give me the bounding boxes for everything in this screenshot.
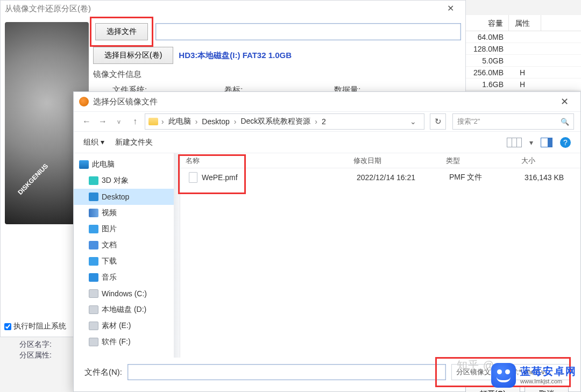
image-file-path-field[interactable] <box>155 23 461 40</box>
nav-tree: 此电脑 3D 对象 Desktop 视频 图片 文档 下载 音乐 Windows… <box>74 153 176 358</box>
breadcrumb[interactable]: › 此电脑 › Desktop › Deck双系统教程资源 › 2 ⌄ <box>145 113 424 130</box>
drive-icon <box>89 322 98 330</box>
tree-item-pictures[interactable]: 图片 <box>74 221 175 237</box>
crumb-pc[interactable]: 此电脑 <box>165 117 194 126</box>
partition-attr-label: 分区属性: <box>19 350 52 360</box>
video-icon <box>89 209 98 217</box>
file-list-area: 名称 修改日期 类型 大小 WePE.pmf 2022/12/14 16:21 … <box>176 153 580 358</box>
table-row: 5.0GB <box>466 55 581 67</box>
filename-label: 文件名(N): <box>84 367 122 377</box>
image-info-title: 镜像文件信息 <box>93 69 461 80</box>
drive-icon <box>89 289 98 298</box>
partition-name-label: 分区名字: <box>19 339 52 350</box>
tree-item-drive-e[interactable]: 素材 (E:) <box>74 318 175 334</box>
col-name[interactable]: 名称 <box>186 156 353 166</box>
file-filter-dropdown[interactable]: 分区镜像文件(*.pmf;*.vhd;*.v… ⌄ <box>451 364 570 380</box>
new-folder-button[interactable]: 新建文件夹 <box>115 138 153 147</box>
file-name: WePE.pmf <box>202 173 238 182</box>
diskgenius-badge: DISKGENIUS <box>5 150 61 208</box>
document-icon <box>89 241 98 250</box>
file-row[interactable]: WePE.pmf 2022/12/14 16:21 PMF 文件 316,143… <box>179 168 580 187</box>
tree-item-video[interactable]: 视频 <box>74 205 175 221</box>
music-icon <box>89 273 98 282</box>
close-icon[interactable]: ✕ <box>554 96 575 108</box>
partition-info-labels: 分区名字: 分区属性: <box>19 339 52 360</box>
open-button[interactable]: 打开(O) <box>465 386 520 392</box>
download-icon <box>89 257 98 266</box>
table-row: 128.0MB <box>466 43 581 55</box>
file-icon <box>189 172 197 183</box>
block-system-checkbox-row[interactable]: 执行时阻止系统 <box>4 322 66 331</box>
col-size[interactable]: 大小 <box>521 156 580 166</box>
folder-icon <box>148 118 158 125</box>
chevron-right-icon[interactable]: › <box>160 117 165 126</box>
chevron-down-icon[interactable]: ⌄ <box>406 117 421 126</box>
block-system-checkbox[interactable] <box>4 323 11 330</box>
capacity-header-attr: 属性 <box>509 15 541 31</box>
close-icon[interactable]: ✕ <box>440 1 461 17</box>
chevron-right-icon[interactable]: › <box>233 117 238 126</box>
crumb-desktop[interactable]: Desktop <box>199 117 232 126</box>
select-file-button[interactable]: 选择文件 <box>95 23 148 40</box>
cube-icon <box>89 176 98 185</box>
target-partition-text: HD3:本地磁盘(I:) FAT32 1.0GB <box>179 51 292 61</box>
chevron-down-icon[interactable]: ▾ <box>529 138 533 147</box>
organize-menu[interactable]: 组织 ▾ <box>83 138 104 147</box>
table-row: 1.6GBH <box>466 79 581 90</box>
search-placeholder: 搜索"2" <box>457 117 480 126</box>
diskgenius-icon <box>79 97 89 106</box>
tree-item-3d[interactable]: 3D 对象 <box>74 173 175 189</box>
select-target-button[interactable]: 选择目标分区(卷) <box>93 47 173 64</box>
forward-icon[interactable]: → <box>96 115 109 128</box>
resize-handle[interactable] <box>174 153 180 358</box>
tree-item-pc[interactable]: 此电脑 <box>74 156 175 173</box>
drive-icon <box>89 338 98 346</box>
chevron-right-icon[interactable]: › <box>314 117 318 126</box>
search-icon: 🔍 <box>561 118 569 126</box>
cancel-button[interactable]: 取消 <box>525 386 569 392</box>
tree-item-drive-c[interactable]: Windows (C:) <box>74 286 175 302</box>
tree-item-music[interactable]: 音乐 <box>74 269 175 286</box>
tree-item-downloads[interactable]: 下载 <box>74 253 175 269</box>
filename-input[interactable] <box>127 364 446 380</box>
col-type[interactable]: 类型 <box>446 156 521 166</box>
refresh-button[interactable]: ↻ <box>430 113 446 130</box>
help-icon[interactable]: ? <box>560 137 571 148</box>
capacity-table: 容量 属性 64.0MB 128.0MB 5.0GB 256.0MBH 1.6G… <box>466 15 581 90</box>
chevron-down-icon: ⌄ <box>559 368 565 376</box>
desktop-icon <box>89 193 98 201</box>
drive-icon <box>89 305 98 314</box>
tree-item-drive-f[interactable]: 软件 (F:) <box>74 334 175 350</box>
search-input[interactable]: 搜索"2" 🔍 <box>452 113 574 130</box>
preview-pane-icon[interactable] <box>541 138 552 147</box>
tree-item-drive-d[interactable]: 本地磁盘 (D:) <box>74 302 175 318</box>
capacity-header-size: 容量 <box>466 15 509 31</box>
crumb-folder1[interactable]: Deck双系统教程资源 <box>237 117 314 126</box>
tree-item-documents[interactable]: 文档 <box>74 237 175 253</box>
chevron-right-icon[interactable]: › <box>194 117 199 126</box>
file-size: 316,143 KB <box>525 173 580 182</box>
file-type: PMF 文件 <box>449 173 525 182</box>
table-row: 64.0MB <box>466 31 581 43</box>
tree-item-desktop[interactable]: Desktop <box>74 189 175 205</box>
back-icon[interactable]: ← <box>80 115 93 128</box>
col-date[interactable]: 修改日期 <box>353 156 446 166</box>
recent-dropdown-icon[interactable]: v <box>112 115 125 128</box>
crumb-folder2[interactable]: 2 <box>318 117 329 126</box>
file-open-dialog: 选择分区镜像文件 ✕ ← → v ↑ › 此电脑 › Desktop › Dec… <box>73 91 581 392</box>
restore-dialog-title: 从镜像文件还原分区(卷) <box>5 1 91 17</box>
open-dialog-title: 选择分区镜像文件 <box>93 97 554 107</box>
pc-icon <box>79 160 89 169</box>
up-icon[interactable]: ↑ <box>129 115 141 128</box>
table-row: 256.0MBH <box>466 67 581 79</box>
view-mode-icon[interactable] <box>507 138 522 147</box>
picture-icon <box>89 225 98 233</box>
file-date: 2022/12/14 16:21 <box>357 173 449 182</box>
block-system-label: 执行时阻止系统 <box>13 322 66 331</box>
